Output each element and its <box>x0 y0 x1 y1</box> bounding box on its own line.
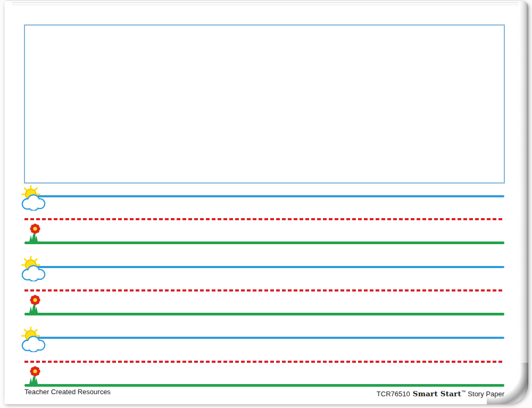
pad-right-sheet-edge <box>519 1 528 404</box>
paper-pad: Teacher Created Resources TCR76510Smart … <box>4 1 528 404</box>
writing-mid-line-dashed <box>24 289 504 292</box>
sun-cloud-icon <box>20 185 47 211</box>
drawing-box <box>24 24 505 184</box>
pad-left-sheet-edge <box>4 7 5 398</box>
writing-mid-line-dashed <box>24 361 504 363</box>
product-code: TCR76510 <box>377 390 410 398</box>
brand-name: Smart Start <box>413 389 461 398</box>
writing-base-line <box>24 313 504 315</box>
pad-top-sheet-edge <box>12 4 519 5</box>
sun-cloud-icon <box>20 327 47 352</box>
footer: Teacher Created Resources TCR76510Smart … <box>24 388 504 398</box>
flower-icon <box>27 366 43 386</box>
writing-mid-line-dashed <box>24 218 504 220</box>
writing-base-line <box>24 242 504 244</box>
writing-base-line <box>24 384 504 387</box>
writing-top-line <box>37 195 504 197</box>
writing-top-line <box>37 337 504 339</box>
pad-top-sheet-edge <box>12 2 519 3</box>
trademark-symbol: ™ <box>461 389 466 395</box>
writing-top-line <box>37 266 504 268</box>
sun-cloud-icon <box>20 256 47 281</box>
flower-icon <box>27 223 43 244</box>
publisher-name: Teacher Created Resources <box>24 388 111 396</box>
product-title: TCR76510Smart Start™Story Paper <box>377 388 504 398</box>
flower-icon <box>27 295 43 315</box>
pad-corner-shadow <box>487 363 528 404</box>
story-paper-page: Teacher Created Resources TCR76510Smart … <box>0 0 532 408</box>
